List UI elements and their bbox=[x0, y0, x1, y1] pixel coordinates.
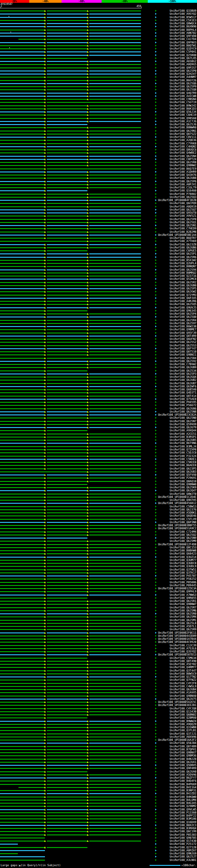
hit-bar-segment[interactable] bbox=[0, 20, 45, 21]
hit-accession-label[interactable]: UniRef100_Q6J5Q0 bbox=[170, 315, 196, 318]
hit-row[interactable]: UniRef100_A9V5Z1 bbox=[0, 214, 197, 217]
hit-bar-segment[interactable] bbox=[0, 477, 45, 478]
hit-row[interactable]: UniRef100_Q6J5R7 bbox=[0, 606, 197, 609]
hit-bar-segment[interactable] bbox=[0, 818, 45, 819]
hit-bar-segment[interactable] bbox=[0, 206, 45, 207]
hit-bar-segment[interactable] bbox=[47, 219, 88, 220]
hit-bar-segment[interactable] bbox=[89, 572, 141, 573]
hit-accession-label[interactable]: UniRef100_Q6J9N1 bbox=[170, 129, 196, 132]
hit-row[interactable]: UniRef100_Q6J5P1 bbox=[0, 252, 197, 255]
hit-accession-label[interactable]: UniRef100_Q3UDC8 bbox=[170, 562, 196, 565]
hit-bar-segment[interactable] bbox=[47, 399, 88, 400]
hit-accession-label[interactable]: UniRef100_Q6QD46 bbox=[170, 514, 196, 517]
hit-accession-label[interactable]: UniRef100_B3MLJ4 bbox=[170, 445, 196, 448]
hit-bar-segment[interactable] bbox=[0, 339, 45, 340]
hit-bar-segment[interactable] bbox=[0, 336, 45, 337]
hit-accession-label[interactable]: UniRef100_UPI00003EE2B1 bbox=[158, 704, 196, 707]
hit-accession-label[interactable]: UniRef100_Q8T4R9 bbox=[170, 334, 196, 338]
hit-row[interactable]: UniRef100_Q6J5R2 bbox=[0, 281, 197, 284]
hit-accession-label[interactable]: UniRef100_Q3T447 bbox=[170, 669, 196, 672]
hit-bar-segment[interactable] bbox=[47, 734, 88, 734]
hit-bar-segment[interactable] bbox=[89, 417, 141, 418]
hit-bar-segment[interactable] bbox=[47, 58, 88, 59]
hit-bar-segment[interactable] bbox=[47, 841, 88, 841]
hit-bar-segment[interactable] bbox=[0, 610, 45, 611]
hit-bar-segment[interactable] bbox=[89, 421, 141, 422]
hit-bar-segment[interactable] bbox=[0, 841, 45, 841]
hit-bar-segment[interactable] bbox=[47, 579, 88, 580]
hit-bar-segment[interactable] bbox=[47, 301, 88, 302]
hit-bar-segment[interactable] bbox=[47, 815, 88, 816]
hit-bar-segment[interactable] bbox=[47, 677, 88, 677]
hit-bar-segment[interactable] bbox=[89, 699, 141, 700]
hit-bar-segment[interactable] bbox=[89, 219, 141, 220]
hit-row[interactable]: UniRef100_Q6J5R8 bbox=[0, 161, 197, 164]
hit-accession-label[interactable]: UniRef100_Q33BU9 bbox=[170, 9, 196, 12]
hit-bar-segment[interactable] bbox=[0, 342, 45, 343]
hit-row[interactable]: UniRef100_Q6J5R4 bbox=[0, 319, 197, 322]
hit-bar-segment[interactable] bbox=[0, 797, 45, 798]
hit-accession-label[interactable]: UniRef100_B6T9N6 bbox=[170, 441, 196, 445]
hit-bar-segment[interactable] bbox=[0, 216, 45, 216]
hit-bar-segment[interactable] bbox=[89, 497, 141, 498]
hit-bar-segment[interactable] bbox=[89, 105, 141, 106]
hit-row[interactable]: UniRef100_Q6JQ47 bbox=[0, 489, 197, 492]
hit-row[interactable]: UniRef100_Q6J5P4 bbox=[0, 312, 197, 315]
hit-bar-segment[interactable] bbox=[0, 42, 45, 43]
hit-bar-segment[interactable] bbox=[47, 140, 88, 141]
hit-bar-segment[interactable] bbox=[47, 285, 88, 286]
hit-bar-segment[interactable] bbox=[0, 194, 45, 195]
hit-accession-label[interactable]: UniRef100_Q23716 bbox=[170, 274, 196, 277]
hit-bar-segment[interactable] bbox=[89, 222, 141, 223]
hit-bar-segment[interactable] bbox=[89, 541, 141, 541]
hit-row[interactable]: UniRef100_Q6PJU5 bbox=[0, 297, 197, 300]
hit-bar-segment[interactable] bbox=[47, 683, 88, 684]
hit-bar-segment[interactable] bbox=[47, 506, 88, 507]
hit-bar-segment[interactable] bbox=[47, 459, 88, 460]
hit-bar-segment[interactable] bbox=[0, 127, 45, 128]
hit-bar-segment[interactable] bbox=[47, 172, 88, 173]
hit-row[interactable]: UniRef100_Q31WB8 bbox=[0, 726, 197, 729]
hit-accession-label[interactable]: UniRef100_Q9R055 bbox=[170, 596, 196, 599]
hit-row[interactable]: UniRef100_Q6JU79 bbox=[0, 426, 197, 429]
hit-row[interactable]: UniRef100_Q3UDC8 bbox=[0, 562, 197, 565]
hit-row[interactable]: UniRef100_Q27128 bbox=[0, 846, 197, 849]
hit-bar-segment[interactable] bbox=[89, 434, 141, 434]
hit-row[interactable]: UniRef100_UPI00005A2E5C bbox=[0, 701, 197, 704]
hit-bar-segment[interactable] bbox=[47, 487, 88, 488]
hit-accession-label[interactable]: UniRef100_Q6J5Q8 bbox=[170, 88, 196, 91]
hit-row[interactable]: UniRef100_B4LUM4 bbox=[0, 798, 197, 802]
hit-bar-segment[interactable] bbox=[47, 749, 88, 750]
hit-row[interactable]: UniRef100_C5BW13 bbox=[0, 505, 197, 508]
hit-bar-segment[interactable] bbox=[89, 108, 141, 109]
hit-accession-label[interactable]: UniRef100_Q1DYC9 bbox=[170, 47, 196, 50]
hit-bar-segment[interactable] bbox=[47, 168, 141, 169]
hit-bar-segment[interactable] bbox=[89, 626, 141, 627]
hit-bar-segment[interactable] bbox=[47, 288, 88, 289]
hit-row[interactable]: UniRef100_Q6JU86 bbox=[0, 407, 197, 410]
hit-bar-segment[interactable] bbox=[89, 184, 141, 185]
hit-bar-segment[interactable] bbox=[0, 828, 45, 829]
hit-bar-segment[interactable] bbox=[89, 490, 141, 491]
hit-bar-segment[interactable] bbox=[47, 134, 88, 134]
hit-bar-segment[interactable] bbox=[0, 860, 45, 861]
hit-bar-segment[interactable] bbox=[47, 244, 88, 245]
hit-bar-segment[interactable] bbox=[0, 465, 45, 466]
hit-row[interactable]: UniRef100_UPI0000587D13 bbox=[0, 653, 197, 656]
hit-bar-segment[interactable] bbox=[89, 462, 141, 463]
hit-bar-segment[interactable] bbox=[47, 329, 88, 330]
hit-bar-segment[interactable] bbox=[89, 765, 141, 766]
hit-row[interactable]: UniRef100_B4P669 bbox=[0, 783, 197, 786]
hit-row[interactable]: UniRef100_Q3TK17 bbox=[0, 571, 197, 574]
hit-bar-segment[interactable] bbox=[89, 149, 141, 150]
hit-bar-segment[interactable] bbox=[47, 670, 88, 671]
hit-bar-segment[interactable] bbox=[89, 806, 141, 807]
hit-bar-segment[interactable] bbox=[89, 695, 141, 696]
hit-bar-segment[interactable] bbox=[0, 36, 45, 37]
hit-accession-label[interactable]: UniRef100_Q6JUB5 bbox=[170, 438, 196, 441]
hit-bar-segment[interactable] bbox=[0, 80, 45, 81]
hit-bar-segment[interactable] bbox=[0, 632, 45, 633]
hit-bar-segment[interactable] bbox=[47, 784, 88, 785]
hit-row[interactable]: UniRef100_Q6J5Q7 bbox=[0, 208, 197, 211]
hit-bar-segment[interactable] bbox=[47, 591, 88, 592]
